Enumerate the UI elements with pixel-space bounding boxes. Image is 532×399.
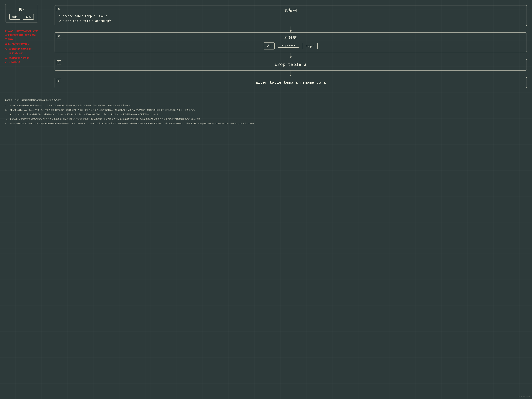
main-content: 表a 结构 数据 FIC方式只限定于辅助索引，对于 主键的创建和删除同样需要重建…: [5, 4, 527, 126]
copy-data-label: copy data: [282, 44, 295, 47]
fic-line1: FIC方式只限定于辅助索引，对于: [5, 29, 49, 33]
flow-box-2-inner: 表a copy data temp_a: [58, 41, 523, 50]
flow-box-2-number: ②: [57, 34, 61, 38]
structure-button: 结构: [9, 14, 20, 20]
list-item-1: 1.辅助索引的创建与删除: [5, 47, 49, 51]
flow-box-1: ① 表结构 1.create table temp_a like a 2.alt…: [55, 5, 527, 26]
arrow-line-2: [291, 53, 291, 57]
flow-box-1-line2: 2.alter table temp_a add/drop等: [59, 19, 523, 24]
left-panel: 表a 结构 数据 FIC方式只限定于辅助索引，对于 主键的创建和删除同样需要重建…: [5, 4, 49, 88]
fic-line3: 一张表。: [5, 37, 49, 41]
bottom-section: LOCK部分为索引创建或删除时对表添加锁的情况，可选择的如下： 1. NONE，…: [5, 96, 527, 126]
arrow-head-1: [290, 30, 292, 32]
watermark: CSDN 博客-三千里: [518, 396, 530, 398]
arrow-3-4: [290, 70, 292, 77]
flow-box-2-title: 表数据: [58, 35, 523, 40]
flow-box-3-number: ③: [57, 60, 61, 65]
flow-box-2: ② 表数据 表a copy data temp_a: [55, 32, 527, 52]
flow-box-4-content: alter table temp_a rename to a: [58, 79, 523, 86]
copy-data-arrow: copy data: [277, 44, 300, 48]
list-item-4: 4.列的重命名: [5, 60, 49, 64]
table-a-box: 表a 结构 数据: [5, 4, 38, 22]
flow-box-4: ④ alter table temp_a rename to a: [55, 77, 527, 88]
temp-a-inner: temp_a: [303, 43, 318, 49]
data-button: 数据: [23, 14, 34, 20]
arrow-head-3: [290, 75, 292, 76]
flow-box-1-title: 表结构: [58, 7, 523, 13]
arrow-line-1: [291, 26, 291, 30]
flow-box-4-number: ④: [57, 79, 61, 83]
arrow-1-2: [290, 26, 292, 32]
table-a-title: 表a: [18, 7, 25, 12]
bottom-item-1: 1. NONE，执行索引创建或者删除操作时，对目标表不添加任何锁。即事务仍然可以…: [5, 104, 527, 107]
arrow-down-3: [290, 71, 292, 76]
online-ddl-title: OnlineDDL支持的类型：: [5, 42, 49, 46]
arrow-line-h: [278, 47, 299, 48]
bottom-item-5: 5. innodb存储引擎实现Online DDL的原理是在执行创建或者删除操作…: [5, 122, 527, 125]
list-item-3: 3.添加或删除外键约束: [5, 56, 49, 60]
right-panel: ① 表结构 1.create table temp_a like a 2.alt…: [55, 4, 527, 88]
arrow-line-3: [291, 71, 291, 75]
fic-note: FIC方式只限定于辅助索引，对于 主键的创建和删除同样需要重建 一张表。 Onl…: [5, 29, 49, 64]
arrow-2-3: [290, 52, 292, 59]
top-section: 表a 结构 数据 FIC方式只限定于辅助索引，对于 主键的创建和删除同样需要重建…: [5, 4, 527, 88]
arrow-head-2: [290, 57, 292, 58]
arrow-down-1: [290, 26, 292, 32]
flow-box-1-line1: 1.create table temp_a like a: [59, 14, 523, 19]
fic-line2: 主键的创建和删除同样需要重建: [5, 33, 49, 37]
bottom-item-4: 4. DEFAULT，该模式首先会判断当前操作是否可以使用NONE模式，若不能，…: [5, 117, 527, 121]
bottom-intro: LOCK部分为索引创建或删除时对表添加锁的情况，可选择的如下：: [5, 98, 527, 102]
bottom-list: 1. NONE，执行索引创建或者删除操作时，对目标表不添加任何锁。即事务仍然可以…: [5, 104, 527, 125]
flow-box-1-number: ①: [57, 7, 61, 11]
flow-box-1-code: 1.create table temp_a like a 2.alter tab…: [58, 14, 523, 24]
arrow-down-2: [290, 53, 292, 58]
bottom-item-2: 2. SHARE，和Fast index Creation类似，执行索引创建或删…: [5, 108, 527, 112]
list-item-2: 2.改变自增长值: [5, 51, 49, 56]
online-ddl-list: 1.辅助索引的创建与删除 2.改变自增长值 3.添加或删除外键约束 4.列的重命…: [5, 47, 49, 64]
flow-box-3: ③ drop table a: [55, 59, 527, 70]
table-a-inner: 表a: [264, 43, 275, 50]
flow-box-3-content: drop table a: [58, 61, 523, 68]
table-a-buttons: 结构 数据: [9, 14, 34, 20]
bottom-item-3: 3. EXCLUSIVE，执行索引创建或删除时，对目标表加上一个X锁。读写事务均…: [5, 113, 527, 116]
